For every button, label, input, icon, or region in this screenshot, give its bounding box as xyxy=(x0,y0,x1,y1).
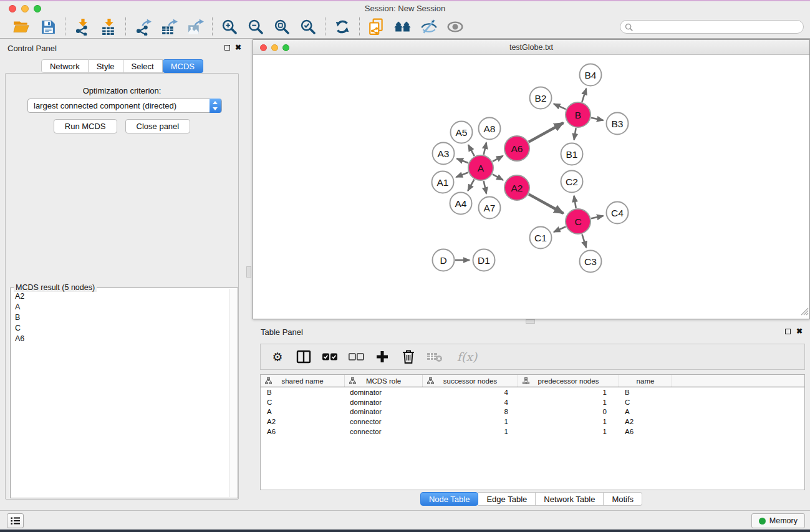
node-C[interactable]: C xyxy=(566,209,591,234)
delete-table-icon[interactable] xyxy=(427,349,443,365)
mcds-result-item[interactable]: C xyxy=(11,322,238,333)
network-window-titlebar[interactable]: testGlobe.txt xyxy=(253,40,809,55)
table-cell[interactable]: 1 xyxy=(518,428,619,435)
tab-node-table[interactable]: Node Table xyxy=(420,492,479,506)
table-cell[interactable]: B xyxy=(619,389,672,396)
tab-network-table[interactable]: Network Table xyxy=(536,492,604,506)
edge-C-C1[interactable] xyxy=(554,227,566,232)
table-cell[interactable]: 1 xyxy=(518,399,619,406)
edge-C-C4[interactable] xyxy=(591,216,604,218)
float-table-panel-icon[interactable] xyxy=(785,329,791,334)
show-columns-icon[interactable] xyxy=(296,349,312,365)
table-cell[interactable]: connector xyxy=(345,428,423,435)
edge-A-A8[interactable] xyxy=(484,142,486,155)
node-A3[interactable]: A3 xyxy=(433,143,455,165)
node-B3[interactable]: B3 xyxy=(607,113,629,135)
column-header-name[interactable]: name xyxy=(619,375,672,387)
node-A1[interactable]: A1 xyxy=(432,172,454,193)
node-C2[interactable]: C2 xyxy=(561,171,583,193)
edge-A-A2[interactable] xyxy=(493,174,503,180)
table-cell[interactable]: 8 xyxy=(423,408,518,415)
float-panel-icon[interactable] xyxy=(224,45,230,51)
edge-A6-B[interactable] xyxy=(529,123,564,142)
edge-A-A3[interactable] xyxy=(456,158,468,163)
refresh-icon[interactable] xyxy=(332,17,352,37)
close-table-panel-icon[interactable]: ✖ xyxy=(796,328,803,334)
table-cell[interactable]: A6 xyxy=(261,428,345,435)
table-cell[interactable]: A6 xyxy=(619,428,672,435)
edge-A2-C[interactable] xyxy=(529,194,564,213)
open-file-icon[interactable] xyxy=(12,17,32,37)
zoom-fit-icon[interactable] xyxy=(272,17,292,37)
zoom-in-icon[interactable] xyxy=(219,17,239,37)
mcds-result-item[interactable]: B xyxy=(11,312,238,322)
table-cell[interactable]: C xyxy=(619,399,672,406)
table-cell[interactable]: 1 xyxy=(423,428,518,435)
edge-B-B4[interactable] xyxy=(582,89,586,102)
node-C4[interactable]: C4 xyxy=(607,202,629,224)
column-header-predecessor-nodes[interactable]: predecessor nodes xyxy=(518,375,619,387)
run-mcds-button[interactable]: Run MCDS xyxy=(54,119,117,133)
hide-selected-icon[interactable] xyxy=(419,17,439,37)
node-A2[interactable]: A2 xyxy=(504,175,529,200)
node-C1[interactable]: C1 xyxy=(530,227,552,249)
node-A8[interactable]: A8 xyxy=(479,118,501,140)
export-image-icon[interactable] xyxy=(185,17,205,37)
edge-A-A1[interactable] xyxy=(456,173,468,177)
tab-mcds[interactable]: MCDS xyxy=(163,59,203,73)
table-cell[interactable]: 1 xyxy=(423,418,518,425)
edge-A-A4[interactable] xyxy=(468,180,474,191)
table-cell[interactable]: A2 xyxy=(619,418,672,425)
table-cell[interactable]: A xyxy=(619,408,672,415)
new-network-from-selection-icon[interactable] xyxy=(367,17,387,37)
tab-motifs[interactable]: Motifs xyxy=(604,492,642,506)
edge-B-B1[interactable] xyxy=(574,128,576,140)
edge-A-A6[interactable] xyxy=(493,156,503,162)
table-cell[interactable]: B xyxy=(261,389,345,396)
node-B1[interactable]: B1 xyxy=(561,143,583,165)
column-header-mcds-role[interactable]: MCDS role xyxy=(345,375,423,387)
table-cell[interactable]: 1 xyxy=(518,418,619,425)
edge-C-C2[interactable] xyxy=(574,196,576,208)
edge-B-B2[interactable] xyxy=(554,104,566,109)
mcds-result-scrollbar[interactable] xyxy=(229,289,237,497)
node-B2[interactable]: B2 xyxy=(530,87,552,109)
zoom-out-icon[interactable] xyxy=(246,17,266,37)
import-network-icon[interactable] xyxy=(72,17,92,37)
node-D[interactable]: D xyxy=(433,249,455,271)
table-settings-icon[interactable]: ⚙ xyxy=(269,349,286,365)
select-stepper-icon[interactable] xyxy=(210,99,221,113)
task-history-button[interactable] xyxy=(7,513,24,528)
tab-network[interactable]: Network xyxy=(41,59,89,73)
close-panel-button[interactable]: Close panel xyxy=(125,119,191,133)
table-row[interactable]: A6connector11A6 xyxy=(261,427,804,437)
memory-button[interactable]: Memory xyxy=(751,513,805,528)
search-input[interactable] xyxy=(620,20,804,34)
import-table-icon[interactable] xyxy=(99,17,118,37)
window-resize-grip[interactable] xyxy=(801,307,809,318)
node-A6[interactable]: A6 xyxy=(504,136,529,161)
zoom-selected-icon[interactable] xyxy=(298,17,318,37)
tab-style[interactable]: Style xyxy=(89,59,123,73)
table-row[interactable]: Adominator80A xyxy=(261,407,804,417)
column-header-shared-name[interactable]: shared name xyxy=(261,375,345,387)
table-cell[interactable]: A2 xyxy=(261,418,345,425)
table-cell[interactable]: A xyxy=(261,408,345,415)
node-A7[interactable]: A7 xyxy=(479,197,501,219)
optimization-criterion-select[interactable]: largest connected component (directed) xyxy=(27,99,222,113)
network-graph[interactable]: B4B2BB3A8A5A6A3B1AC2A1A2A4A7C4CC1C3DD1 xyxy=(253,55,809,319)
tab-select[interactable]: Select xyxy=(123,59,163,73)
close-panel-icon[interactable]: ✖ xyxy=(235,44,241,51)
table-row[interactable]: Bdominator41B xyxy=(261,387,804,397)
horizontal-divider-grip[interactable] xyxy=(526,319,535,324)
first-neighbors-icon[interactable] xyxy=(393,17,413,37)
table-cell[interactable]: C xyxy=(261,399,345,406)
table-row[interactable]: Cdominator41C xyxy=(261,397,804,407)
node-B[interactable]: B xyxy=(566,102,591,127)
node-B4[interactable]: B4 xyxy=(580,64,602,86)
mcds-result-item[interactable]: A6 xyxy=(11,333,238,344)
table-cell[interactable]: connector xyxy=(345,418,423,425)
node-A5[interactable]: A5 xyxy=(451,122,473,143)
table-cell[interactable]: dominator xyxy=(345,389,423,396)
add-column-icon[interactable] xyxy=(374,349,390,365)
